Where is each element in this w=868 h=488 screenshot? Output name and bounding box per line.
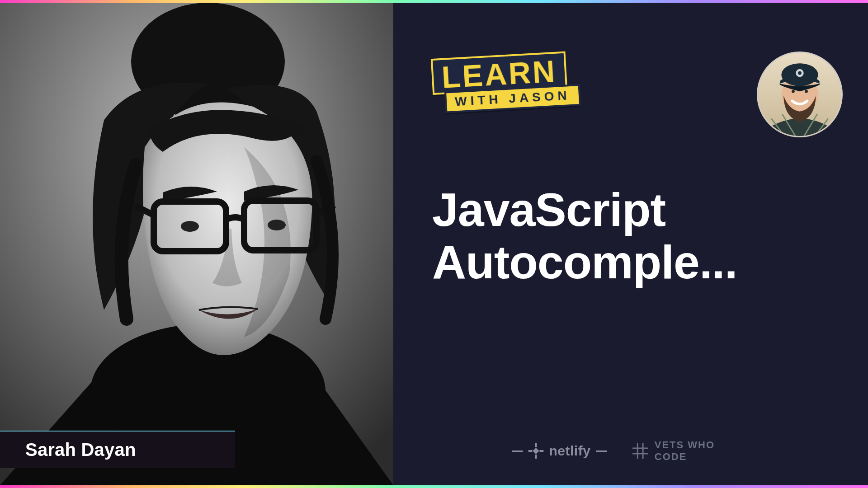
episode-card: Sarah Dayan LEARN WITH JASON bbox=[0, 0, 868, 488]
host-avatar bbox=[757, 52, 843, 137]
guest-photo bbox=[0, 3, 393, 485]
svg-point-6 bbox=[268, 220, 286, 230]
svg-point-5 bbox=[181, 221, 199, 232]
netlify-dash-left bbox=[512, 450, 523, 452]
vets-who-code-icon bbox=[631, 442, 649, 460]
learn-with-jason-logo: LEARN WITH JASON bbox=[431, 51, 581, 114]
logo-word-with-jason: WITH JASON bbox=[454, 88, 571, 108]
netlify-dash-right bbox=[596, 450, 607, 452]
svg-rect-19 bbox=[535, 443, 537, 447]
svg-rect-23 bbox=[533, 448, 539, 454]
info-panel: LEARN WITH JASON bbox=[393, 3, 868, 485]
guest-name: Sarah Dayan bbox=[25, 440, 136, 460]
netlify-icon bbox=[528, 443, 544, 459]
svg-point-14 bbox=[792, 90, 795, 93]
sponsors-row: netlify VETS WHO CODE bbox=[512, 439, 750, 463]
svg-rect-21 bbox=[528, 450, 533, 452]
content-row: Sarah Dayan LEARN WITH JASON bbox=[0, 3, 868, 485]
svg-point-18 bbox=[798, 71, 802, 75]
svg-rect-20 bbox=[535, 455, 537, 459]
svg-point-15 bbox=[805, 90, 808, 93]
gradient-border-bottom bbox=[0, 485, 868, 488]
guest-photo-panel: Sarah Dayan bbox=[0, 3, 393, 485]
episode-title: JavaScript Autocomple... bbox=[432, 183, 841, 289]
guest-name-plate: Sarah Dayan bbox=[0, 431, 235, 468]
sponsor-vwc-label: VETS WHO CODE bbox=[655, 439, 750, 463]
sponsor-netlify-label: netlify bbox=[549, 443, 591, 459]
svg-rect-22 bbox=[540, 450, 544, 452]
sponsor-netlify: netlify bbox=[512, 443, 607, 459]
sponsor-vets-who-code: VETS WHO CODE bbox=[631, 439, 749, 463]
